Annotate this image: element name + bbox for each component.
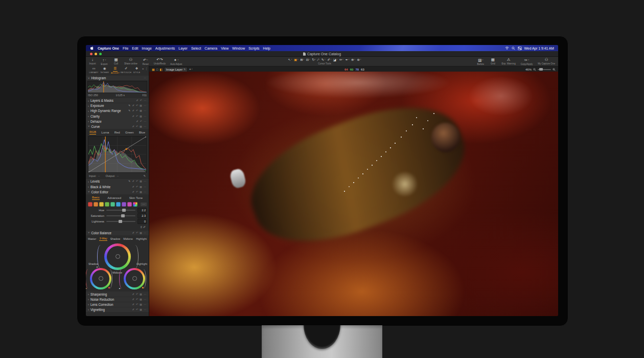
tab[interactable]: Advanced [107, 196, 121, 199]
panel-action-icons[interactable]: ✎ ✐ ↶ ▤ ⋯ [128, 109, 147, 112]
wheel-center-handle[interactable] [116, 254, 120, 259]
control-center-icon[interactable] [518, 47, 522, 50]
zoom-in-icon[interactable] [553, 68, 556, 71]
menu-item[interactable]: Help [263, 47, 270, 50]
menu-bar-clock[interactable]: Wed Apr 1 9:41 AM [524, 47, 554, 50]
sidebar-tool-tab[interactable]: ❖ STYLE [131, 66, 142, 74]
highlight-right-arc-slider[interactable] [141, 269, 146, 288]
color-swatch[interactable] [116, 202, 121, 207]
menu-item[interactable]: Edit [132, 47, 138, 50]
zoom-level[interactable]: 46% [525, 68, 532, 71]
tab-options-icon[interactable]: ⋮ [145, 66, 148, 70]
panel-row[interactable]: › Black & White ✐ ↶ ▤ ⋯ [86, 184, 149, 189]
slider-thumb[interactable] [121, 214, 125, 217]
zoom-slider-thumb[interactable] [539, 68, 543, 71]
sidebar-tool-tab[interactable]: ◉ TETHER [99, 66, 110, 74]
tab[interactable]: Basic [92, 196, 100, 200]
sidebar-tool-tab[interactable]: ✐ RETOUCH [121, 66, 131, 74]
menu-item[interactable]: Scripts [248, 47, 259, 50]
zoom-slider[interactable] [538, 69, 551, 70]
panel-action-icons[interactable]: ✐ ↶ ▤ ⋯ [132, 125, 147, 128]
zoom-out-icon[interactable] [533, 68, 536, 71]
toolbar-button[interactable]: ✑ Copy/Apply [521, 57, 533, 65]
panel-action-icons[interactable]: ✐ ↶ ▤ ⋯ [132, 308, 147, 311]
shadow-right-arc-slider[interactable] [107, 269, 112, 288]
cursor-tool[interactable]: ◪ [333, 57, 338, 62]
color-swatch[interactable] [99, 202, 104, 207]
panel-row[interactable]: › Sharpening ✐ ↶ ▤ ⋯ [86, 292, 149, 296]
panel-action-icons[interactable]: ✐ ↶ ▤ ⋯ [132, 232, 147, 234]
toolbar-button[interactable]: ▨ Before [477, 57, 484, 65]
panel-action-icons[interactable]: ✐ ↶ ▤ ⋯ [132, 298, 147, 301]
cursor-tool[interactable]: ✏ [339, 57, 343, 62]
viewer-mode-icon[interactable]: □ [156, 68, 158, 72]
panel-row[interactable]: › Noise Reduction ✐ ↶ ▤ ⋯ [86, 297, 149, 302]
toolbar-button[interactable]: ↓ Import [89, 57, 96, 65]
cursor-tool[interactable]: ⊞ [300, 57, 304, 62]
color-balance-panel-header[interactable]: ˅ Color Balance ✐ ↶ ▤ ⋯ [86, 231, 149, 235]
cursor-tool[interactable]: ⊕ [351, 57, 355, 62]
tab[interactable]: 3-Way [99, 237, 107, 241]
panel-action-icons[interactable]: ✐ ↶ ▤ ⋯ [132, 115, 147, 118]
slider-thumb[interactable] [122, 209, 126, 212]
menu-item[interactable]: Image [142, 47, 151, 50]
panel-action-icons[interactable]: ✎ ✐ ↶ ▤ ⋯ [128, 104, 147, 107]
add-layer-button[interactable]: + [189, 68, 193, 71]
slider-track[interactable] [106, 221, 135, 222]
layer-select[interactable]: Image Layer ⇅ [164, 67, 188, 72]
panel-row[interactable]: › High Dynamic Range ✎ ✐ ↶ ▤ ⋯ [86, 108, 149, 113]
panel-row[interactable]: › Vignetting ✐ ↶ ▤ ⋯ [86, 307, 149, 312]
panel-action-icons[interactable]: ✐ ↶ ⋯ [136, 120, 147, 123]
panel-row[interactable]: › Clarity ✐ ↶ ▤ ⋯ [86, 114, 149, 118]
toolbar-button[interactable]: ⚇ My Capture One [538, 57, 555, 65]
sidebar-tool-tab[interactable]: ▭ LIBRARY [88, 66, 99, 74]
viewer-mode-icon[interactable]: ▦ [152, 68, 155, 72]
color-swatch[interactable] [88, 202, 93, 207]
panel-row[interactable]: › Lens Correction ✐ ↶ ▤ ⋯ [86, 302, 149, 307]
panel-row[interactable]: › Exposure ✎ ✐ ↶ ▤ ⋯ [86, 103, 149, 108]
sidebar-tool-tab[interactable]: ☰ ADJUST [110, 66, 121, 74]
cursor-tool[interactable]: ↻ [312, 57, 316, 62]
toolbar-button[interactable]: ✦ Auto Adjust [170, 57, 182, 65]
color-editor-panel-header[interactable]: ˅ Color Editor ✐ ↶ ▤ ⋯ [86, 189, 149, 194]
toolbar-button[interactable]: ▦ Grid [489, 57, 496, 65]
curve-graph[interactable] [88, 136, 147, 173]
menu-item[interactable]: Capture One [98, 47, 119, 50]
midtone-color-wheel[interactable] [104, 243, 131, 270]
tab[interactable]: RGB [89, 130, 96, 135]
color-swatch[interactable] [110, 202, 115, 207]
swatch-more-button[interactable]: ⋯ [141, 203, 147, 206]
cursor-tool[interactable]: ⊛ [357, 57, 361, 62]
curve-panel-header[interactable]: ˅ Curve ✐ ↶ ▤ ⋯ [86, 124, 149, 128]
panel-action-icons[interactable]: ✎ ✐ ↶ ▤ ⋯ [128, 180, 147, 183]
tab[interactable]: Midtone [123, 237, 133, 240]
apple-menu-icon[interactable] [90, 46, 94, 50]
tab[interactable]: Red [114, 131, 120, 134]
tab[interactable]: Master [88, 237, 96, 240]
menu-item[interactable]: File [123, 47, 128, 50]
panel-action-icons[interactable]: ✐ ↶ ▤ ⋯ [132, 303, 147, 306]
tab[interactable]: Skin Tone [129, 196, 143, 199]
curve-point-picker-icon[interactable]: ✎ [143, 174, 146, 177]
menu-item[interactable]: Adjustments [155, 47, 175, 50]
spotlight-search-icon[interactable] [512, 47, 515, 50]
color-swatch[interactable] [122, 202, 126, 207]
toolbar-button[interactable]: ↶↷ Undo/Redo [154, 57, 166, 65]
tab[interactable]: Highlight [136, 237, 147, 240]
panel-row[interactable]: › Levels ✎ ✐ ↶ ▤ ⋯ [86, 179, 149, 184]
slider-thumb[interactable] [119, 220, 122, 223]
toolbar-button[interactable]: ⚠ Exp. Warning [501, 57, 515, 65]
toolbar-button[interactable]: ↶ Reset [142, 57, 149, 65]
wifi-icon[interactable] [505, 47, 509, 50]
tab[interactable]: Shadow [110, 237, 120, 240]
menu-item[interactable]: Select [191, 47, 201, 50]
color-swatch[interactable] [105, 202, 109, 207]
tab[interactable]: Blue [139, 131, 145, 134]
toolbar-button[interactable]: ⚇ Share online [124, 57, 137, 65]
panel-action-icons[interactable]: ✐ ↶ ▤ ⋯ [132, 293, 147, 296]
toolbar-button[interactable]: ▦ Cull [112, 57, 120, 65]
tab[interactable]: Luma [101, 131, 109, 134]
panel-action-icons[interactable]: ✐ ↶ ▤ ⋯ [132, 186, 147, 188]
photo-viewer[interactable] [149, 72, 558, 316]
cursor-tool[interactable]: ⊡ [306, 57, 310, 62]
